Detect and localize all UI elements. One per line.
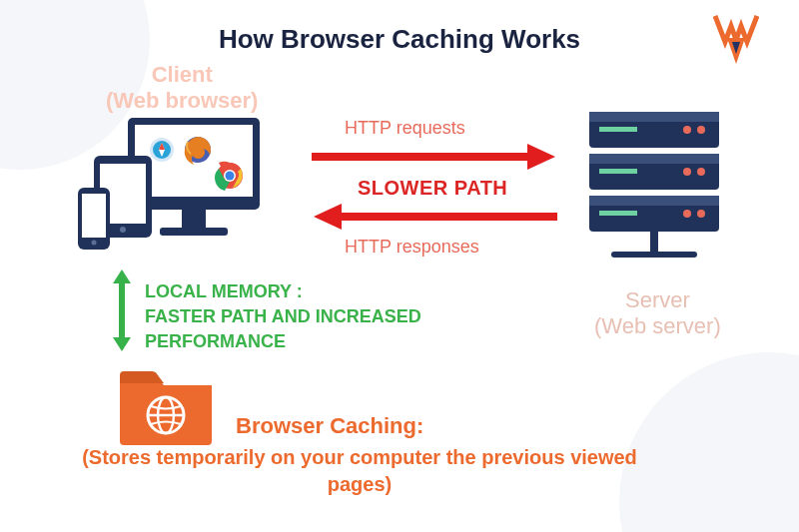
slower-path-label: SLOWER PATH bbox=[358, 177, 507, 200]
svg-point-15 bbox=[226, 172, 235, 181]
svg-rect-22 bbox=[599, 211, 637, 216]
svg-rect-2 bbox=[182, 210, 206, 228]
local-memory-line1: LOCAL MEMORY : bbox=[145, 279, 421, 304]
svg-point-9 bbox=[92, 241, 97, 246]
page-title: How Browser Caching Works bbox=[0, 24, 799, 55]
browser-caching-desc: (Stores temporarily on your computer the… bbox=[80, 444, 639, 498]
client-label-line1: Client bbox=[106, 62, 258, 88]
svg-rect-3 bbox=[160, 228, 228, 236]
svg-point-33 bbox=[683, 126, 691, 134]
folder-globe-icon bbox=[116, 361, 216, 451]
svg-rect-19 bbox=[650, 232, 658, 254]
local-memory-label: LOCAL MEMORY : FASTER PATH AND INCREASED… bbox=[145, 279, 421, 355]
browser-caching-title: Browser Caching: bbox=[236, 413, 423, 439]
svg-point-28 bbox=[683, 168, 691, 176]
svg-rect-26 bbox=[589, 154, 719, 164]
svg-point-34 bbox=[697, 126, 705, 134]
http-requests-label: HTTP requests bbox=[345, 118, 465, 139]
arrow-updown-icon bbox=[109, 267, 135, 357]
svg-point-24 bbox=[697, 210, 705, 218]
http-responses-label: HTTP responses bbox=[345, 237, 479, 258]
server-rack-icon bbox=[579, 112, 729, 285]
svg-point-23 bbox=[683, 210, 691, 218]
local-memory-line3: PERFORMANCE bbox=[145, 329, 421, 354]
svg-point-29 bbox=[697, 168, 705, 176]
server-label-line1: Server bbox=[594, 287, 721, 313]
local-memory-line2: FASTER PATH AND INCREASED bbox=[145, 304, 421, 329]
svg-rect-27 bbox=[599, 169, 637, 174]
svg-point-6 bbox=[120, 227, 126, 233]
server-label: Server (Web server) bbox=[594, 287, 721, 339]
svg-rect-31 bbox=[589, 112, 719, 122]
arrow-right-icon bbox=[310, 142, 559, 176]
svg-rect-21 bbox=[589, 196, 719, 206]
svg-rect-8 bbox=[82, 194, 106, 238]
client-label: Client (Web browser) bbox=[106, 62, 258, 114]
arrow-left-icon bbox=[310, 202, 559, 236]
client-label-line2: (Web browser) bbox=[106, 88, 258, 114]
background-blob-bottom-right bbox=[619, 352, 799, 532]
client-devices-icon bbox=[78, 112, 268, 266]
server-label-line2: (Web server) bbox=[594, 313, 721, 339]
svg-rect-32 bbox=[599, 127, 637, 132]
